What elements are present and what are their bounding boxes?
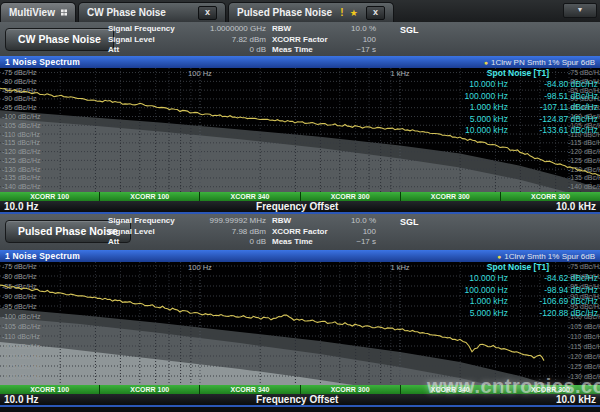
spot-noise-offset: 1.000 kHz bbox=[438, 102, 508, 113]
trace-legend: ● 1Clrw Smth 1% Spur 6dB bbox=[497, 252, 595, 261]
y-tick-label-right: -140 dBc/Hz bbox=[568, 183, 600, 190]
setting-row: RBW10.0 % bbox=[272, 216, 376, 227]
setting-label: Signal Frequency bbox=[108, 216, 202, 227]
setting-row: XCORR Factor100 bbox=[272, 35, 376, 46]
axis-stop-label: 10.0 kHz bbox=[556, 394, 596, 405]
sweep-mode-badge: SGL bbox=[400, 217, 419, 227]
xcorr-segment: XCORR 100 bbox=[100, 192, 199, 201]
setting-row: RBW10.0 % bbox=[272, 24, 376, 35]
xcorr-segment: XCORR 300 bbox=[501, 385, 600, 394]
tab-overflow-button[interactable]: ▼ bbox=[563, 3, 597, 18]
y-tick-label-right: -115 dBc/Hz bbox=[568, 139, 600, 146]
setting-label: RBW bbox=[272, 216, 336, 227]
spot-noise-offset: 1.000 kHz bbox=[438, 296, 508, 307]
channel-header: CW Phase Noise Signal Frequency1.0000000… bbox=[0, 22, 600, 56]
spot-noise-offset: 5.000 kHz bbox=[438, 308, 508, 319]
spot-noise-offset: 10.000 Hz bbox=[438, 79, 508, 90]
tab-cw-label: CW Phase Noise bbox=[87, 7, 166, 18]
setting-row: Signal Frequency1.0000000 GHz bbox=[108, 24, 266, 35]
spot-noise-title: Spot Noise [T1] bbox=[438, 68, 598, 79]
setting-label: RBW bbox=[272, 24, 336, 35]
noise-spectrum-plot-pulsed[interactable]: -75 dBc/Hz-75 dBc/Hz-80 dBc/Hz-80 dBc/Hz… bbox=[0, 262, 600, 385]
y-tick-label: -75 dBc/Hz bbox=[2, 69, 37, 76]
spot-noise-value: -98.51 dBc/Hz bbox=[508, 91, 598, 102]
window-title: 1 Noise Spectrum bbox=[5, 251, 80, 261]
decade-label: 1 kHz bbox=[390, 69, 409, 78]
window-title-bar[interactable]: 1 Noise Spectrum ● 1Clrw Smth 1% Spur 6d… bbox=[0, 250, 600, 262]
dropdown-icon: ▼ bbox=[577, 6, 584, 13]
close-icon[interactable]: x bbox=[198, 6, 217, 20]
setting-value: 0 dB bbox=[202, 45, 266, 56]
y-tick-label-right: -120 dBc/Hz bbox=[568, 148, 600, 155]
setting-value: 100 bbox=[336, 35, 376, 46]
y-tick-label: -140 dBc/Hz bbox=[2, 183, 41, 190]
axis-start-label: 10.0 Hz bbox=[4, 201, 38, 212]
xcorr-segment: XCORR 100 bbox=[100, 385, 199, 394]
trace-legend: ● 1Clrw PN Smth 1% Spur 6dB bbox=[484, 58, 595, 67]
setting-row: Signal Level7.82 dBm bbox=[108, 35, 266, 46]
sweep-mode-badge: SGL bbox=[400, 25, 419, 35]
tab-cw-phase-noise[interactable]: CW Phase Noise x bbox=[78, 2, 226, 22]
tab-multiview[interactable]: MultiView bbox=[0, 2, 76, 22]
spot-noise-title: Spot Noise [T1] bbox=[438, 262, 598, 273]
setting-value: 100 bbox=[336, 227, 376, 238]
setting-value: 10.0 % bbox=[336, 24, 376, 35]
window-title: 1 Noise Spectrum bbox=[5, 57, 80, 67]
tab-multiview-label: MultiView bbox=[9, 7, 55, 18]
channel-settings-left: Signal Frequency999.99992 MHzSignal Leve… bbox=[108, 216, 266, 248]
y-tick-label: -90 dBc/Hz bbox=[2, 95, 37, 102]
channel-settings-left: Signal Frequency1.0000000 GHzSignal Leve… bbox=[108, 24, 266, 56]
spot-noise-value: -107.11 dBc/Hz bbox=[508, 102, 598, 113]
y-tick-label: -95 dBc/Hz bbox=[2, 104, 37, 111]
trace-legend-label: 1Clrw Smth 1% Spur 6dB bbox=[504, 252, 595, 261]
tab-pulsed-phase-noise[interactable]: Pulsed Phase Noise ! ★ x bbox=[228, 2, 394, 22]
channel-window-pulsed: Pulsed Phase Noise Signal Frequency999.9… bbox=[0, 214, 600, 407]
window-title-bar[interactable]: 1 Noise Spectrum ● 1Clrw PN Smth 1% Spur… bbox=[0, 56, 600, 68]
x-axis-bar: 10.0 Hz Frequency Offset 10.0 kHz bbox=[0, 201, 600, 214]
spot-noise-table: Spot Noise [T1]10.000 Hz-84.80 dBc/Hz100… bbox=[438, 68, 598, 136]
setting-row: Att0 dB bbox=[108, 45, 266, 56]
spot-noise-value: -124.87 dBc/Hz bbox=[508, 114, 598, 125]
setting-value: 1.0000000 GHz bbox=[202, 24, 266, 35]
channel-window-cw: CW Phase Noise Signal Frequency1.0000000… bbox=[0, 22, 600, 214]
setting-label: Signal Level bbox=[108, 227, 202, 238]
multiview-grid-icon bbox=[61, 8, 67, 17]
setting-row: Meas Time~17 s bbox=[272, 45, 376, 56]
y-tick-label: -130 dBc/Hz bbox=[2, 166, 41, 173]
xcorr-segment-bar: XCORR 100XCORR 100XCORR 340XCORR 300XCOR… bbox=[0, 385, 600, 394]
spot-noise-offset: 10.000 Hz bbox=[438, 273, 508, 284]
y-tick-label-right: -125 dBc/Hz bbox=[568, 157, 600, 164]
setting-value: 7.98 dBm bbox=[202, 227, 266, 238]
y-tick-label: -100 dBc/Hz bbox=[2, 113, 41, 120]
spot-noise-offset: 5.000 kHz bbox=[438, 114, 508, 125]
decade-label: 100 Hz bbox=[188, 69, 212, 78]
axis-title: Frequency Offset bbox=[256, 394, 338, 405]
xcorr-segment: XCORR 300 bbox=[401, 192, 500, 201]
spot-noise-value: -98.94 dBc/Hz bbox=[508, 285, 598, 296]
y-tick-label-right: -110 dBc/Hz bbox=[568, 333, 600, 340]
xcorr-segment: XCORR 300 bbox=[501, 192, 600, 201]
channel-button-cw[interactable]: CW Phase Noise bbox=[5, 28, 114, 51]
spot-noise-value: -84.80 dBc/Hz bbox=[508, 79, 598, 90]
axis-stop-label: 10.0 kHz bbox=[556, 201, 596, 212]
setting-row: Meas Time~17 s bbox=[272, 237, 376, 248]
channel-settings-right: RBW10.0 %XCORR Factor100Meas Time~17 s bbox=[272, 24, 376, 56]
y-tick-label-right: -115 dBc/Hz bbox=[568, 343, 600, 350]
setting-value: 7.82 dBm bbox=[202, 35, 266, 46]
channel-settings-right: RBW10.0 %XCORR Factor100Meas Time~17 s bbox=[272, 216, 376, 248]
spot-noise-value: -120.88 dBc/Hz bbox=[508, 308, 598, 319]
y-tick-label: -100 dBc/Hz bbox=[2, 313, 41, 320]
noise-spectrum-plot-cw[interactable]: -75 dBc/Hz-75 dBc/Hz-80 dBc/Hz-80 dBc/Hz… bbox=[0, 68, 600, 192]
xcorr-segment: XCORR 340 bbox=[401, 385, 500, 394]
setting-row: XCORR Factor100 bbox=[272, 227, 376, 238]
xcorr-segment-bar: XCORR 100XCORR 100XCORR 340XCORR 300XCOR… bbox=[0, 192, 600, 201]
y-tick-label: -125 dBc/Hz bbox=[2, 157, 41, 164]
xcorr-segment: XCORR 340 bbox=[200, 385, 299, 394]
y-tick-label-right: -120 dBc/Hz bbox=[568, 353, 600, 360]
setting-label: Signal Level bbox=[108, 35, 202, 46]
y-tick-label: -115 dBc/Hz bbox=[2, 139, 40, 146]
spot-noise-offset: 100.000 Hz bbox=[438, 91, 508, 102]
setting-label: Att bbox=[108, 237, 202, 248]
trace-legend-label: 1Clrw PN Smth 1% Spur 6dB bbox=[491, 58, 595, 67]
close-icon[interactable]: x bbox=[366, 6, 385, 20]
